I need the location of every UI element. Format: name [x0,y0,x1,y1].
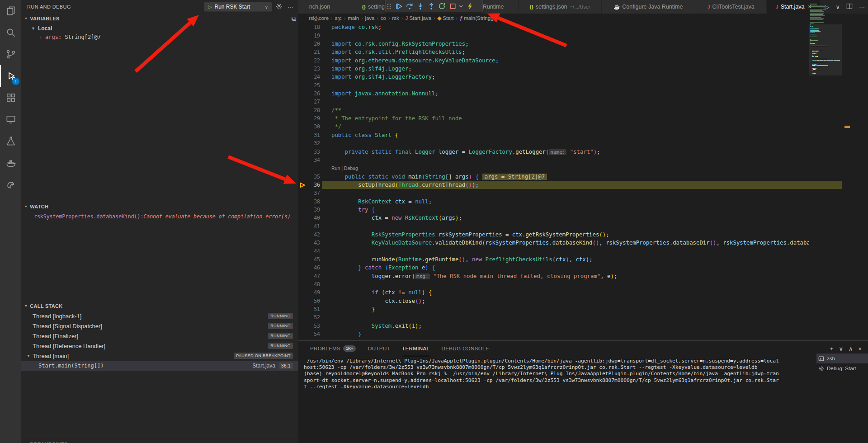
code-line-49[interactable]: 49 if (ctx != null) { [298,288,868,297]
stack-frame-row[interactable]: Start.main(String[])Start.java36:1 [21,361,298,371]
codelens-run-debug[interactable]: Run | Debug [331,164,358,172]
more-actions-icon[interactable]: ⋯ [287,3,294,10]
panel-tab-terminal[interactable]: TERMINAL [402,341,429,356]
variables-section-header[interactable]: ▼ VARIABLES [21,14,298,24]
code-line-31[interactable]: 31public class Start { [298,131,868,139]
tab-settings-json[interactable]: {}settings.json~/.../User [519,0,602,14]
editor-scrollbar[interactable] [842,0,868,340]
code-line-40[interactable]: 40 ctx = new RskContext(args); [298,214,868,222]
code-line-22[interactable]: 22import org.ethereum.datasource.KeyValu… [298,57,868,65]
code-line-36[interactable]: 36 setUpThread(Thread.currentThread()); [298,181,868,189]
code-line-21[interactable]: 21import co.rsk.util.PreflightChecksUtil… [298,48,868,56]
code-line-25[interactable]: 25 [298,81,868,90]
code-line-46[interactable]: 46 } catch (Exception e) { [298,264,868,272]
code-line-47[interactable]: 47 logger.error(msg: "The RSK node main … [298,272,868,280]
chevron-down-button[interactable] [458,0,464,11]
activity-extensions-icon[interactable] [0,87,21,108]
panel-tab-problems[interactable]: PROBLEMS1K+ [310,341,356,356]
line-number: 31 [298,131,320,139]
line-number: 24 [298,73,320,81]
tab-clitoolstest-java[interactable]: JCliToolsTest.java [695,0,767,14]
panel-tab-output[interactable]: OUTPUT [368,341,390,356]
code-line-54[interactable]: 54 } [298,330,868,338]
close-panel-icon[interactable]: × [858,345,862,352]
terminal-session-debug-start[interactable]: Debug: Start [816,363,868,373]
activity-search-icon[interactable] [0,22,21,43]
stop-button[interactable] [447,0,458,11]
code-line-45[interactable]: 45 runNode(Runtime.getRuntime(), new Pre… [298,255,868,264]
chevron-down-icon[interactable]: ∨ [265,5,268,9]
code-line-50[interactable]: 50 ctx.close(); [298,297,868,305]
thread-row[interactable]: Thread [Reference Handler]RUNNING [21,341,298,351]
terminal-output[interactable]: /usr/bin/env /Library/Internet\ Plug-Ins… [304,358,814,442]
thread-row[interactable]: Thread [Signal Dispatcher]RUNNING [21,321,298,331]
code-line-38[interactable]: 38 RskContext ctx = null; [298,198,868,206]
activity-gradle-icon[interactable] [0,174,21,195]
line-number: 45 [298,255,320,264]
activity-source-control-icon[interactable] [0,43,21,65]
launch-config-button[interactable]: ▷ Run RSK Start ∨ [204,2,272,12]
gear-icon[interactable] [275,3,283,10]
breakpoints-section-header[interactable]: ▼ BREAKPOINTS [21,439,298,443]
step-into-button[interactable] [415,0,425,11]
code-line-43[interactable]: 43 KeyValueDataSource.validateDbKind(rsk… [298,239,868,247]
call-stack-section-header[interactable]: ▼ CALL STACK [21,301,298,311]
codelens[interactable]: Run | Debug [298,164,868,172]
code-line-27[interactable]: 27 [298,98,868,106]
terminal-session-zsh[interactable]: zsh [816,353,868,363]
code-line-37[interactable]: 37 [298,189,868,197]
continue-button[interactable] [393,0,404,11]
step-out-button[interactable] [425,0,436,11]
code-line-39[interactable]: 39 try { [298,206,868,214]
restart-button[interactable] [436,0,447,11]
code-editor[interactable]: 17 */18package co.rsk;1920import co.rsk.… [298,19,868,340]
line-number: 28 [298,106,320,114]
code-line-48[interactable]: 48 [298,280,868,288]
thread-row[interactable]: Thread [logback-1]RUNNING [21,311,298,321]
grip-handle[interactable] [386,0,393,11]
code-line-32[interactable]: 32 [298,139,868,147]
activity-docker-icon[interactable] [0,152,21,174]
activity-explorer-icon[interactable] [0,0,21,22]
code-line-51[interactable]: 51 } [298,305,868,313]
watch-section-header[interactable]: ▼ WATCH [21,202,298,212]
code-line-23[interactable]: 23import org.slf4j.Logger; [298,65,868,73]
tab-configure-java-runtime[interactable]: ☕Configure Java Runtime [602,0,695,14]
new-terminal-icon[interactable]: + [830,345,834,352]
hot-code-replace-button[interactable] [464,0,475,11]
code-line-53[interactable]: 53 System.exit(1); [298,322,868,330]
thread-row[interactable]: ▼Thread [main]PAUSED ON BREAKPOINT [21,351,298,361]
line-number: 27 [298,98,320,106]
panel-tab-debug-console[interactable]: DEBUG CONSOLE [441,341,489,356]
code-line-20[interactable]: 20import co.rsk.config.RskSystemProperti… [298,40,868,48]
code-line-26[interactable]: 26import javax.annotation.Nonnull; [298,90,868,98]
minimap[interactable] [809,4,842,340]
code-line-30[interactable]: 30 */ [298,123,868,131]
code-line-34[interactable]: 34 [298,156,868,164]
activity-run-and-debug-icon[interactable]: 1 [0,65,21,87]
code-line-41[interactable]: 41 [298,222,868,231]
code-line-35[interactable]: 35 public static void main(String[] args… [298,173,868,181]
tab-nch-json[interactable]: nch.json [298,0,341,14]
thread-row[interactable]: Thread [Finalizer]RUNNING [21,331,298,341]
step-over-button[interactable] [404,0,415,11]
code-line-33[interactable]: 33 private static final Logger logger = … [298,148,868,156]
code-line-52[interactable]: 52 [298,313,868,321]
variable-args-row[interactable]: › args: String[2]@7 [39,32,101,42]
java-file-icon: J [776,4,778,9]
variables-title: VARIABLES [30,16,59,21]
code-line-44[interactable]: 44 [298,247,868,255]
code-line-18[interactable]: 18package co.rsk; [298,23,868,31]
watch-expression-row[interactable]: rskSystemProperties.databaseKind(): Cann… [34,212,292,222]
maximize-panel-icon[interactable]: ∧ [849,345,853,352]
code-line-17[interactable]: 17 */ [298,19,868,23]
code-line-42[interactable]: 42 RskSystemProperties rskSystemProperti… [298,231,868,239]
code-line-19[interactable]: 19 [298,32,868,40]
code-line-24[interactable]: 24import org.slf4j.LoggerFactory; [298,73,868,81]
code-line-29[interactable]: 29 * The entrypoint for the RSK full nod… [298,114,868,123]
session-label: Debug: Start [827,366,856,371]
activity-remote-explorer-icon[interactable] [0,108,21,130]
terminal-dropdown-icon[interactable]: ∨ [839,345,843,352]
code-line-28[interactable]: 28/** [298,106,868,114]
activity-testing-icon[interactable] [0,130,21,152]
